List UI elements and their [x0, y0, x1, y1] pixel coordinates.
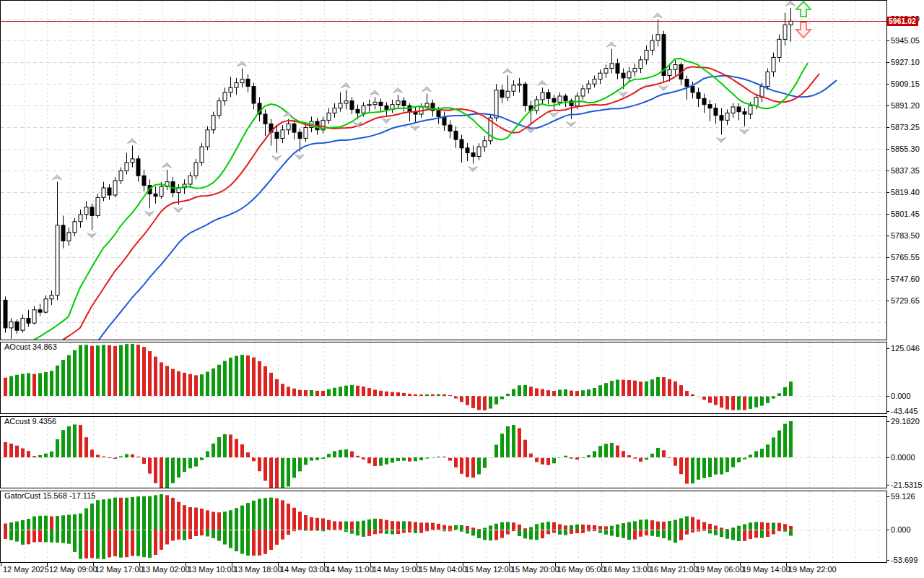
ao-histogram-bar [639, 381, 642, 396]
svg-text:12 May 09:00: 12 May 09:00 [49, 565, 97, 574]
ao-histogram-bar [708, 396, 712, 403]
ao-histogram-bar [15, 375, 19, 396]
ac-histogram-bar [749, 454, 752, 457]
gator-lower-histogram-bar [252, 530, 256, 556]
gator-upper-histogram-bar [108, 499, 111, 530]
ao-histogram-bar [287, 387, 290, 396]
ac-histogram-bar [674, 457, 677, 466]
ao-histogram-bar [570, 391, 573, 396]
gator-upper-histogram-bar [212, 512, 215, 530]
gator-lower-histogram-bar [136, 530, 140, 556]
ao-histogram-bar [79, 345, 82, 396]
ac-histogram-bar [443, 457, 446, 457]
ac-panel [1, 417, 887, 488]
ac-histogram-bar [650, 454, 654, 457]
svg-text:14 May 11:00: 14 May 11:00 [326, 565, 374, 574]
svg-text:29.1820: 29.1820 [891, 417, 920, 426]
ao-histogram-bar [674, 381, 677, 396]
gator-lower-histogram-bar [61, 530, 65, 543]
ao-histogram-bar [725, 396, 729, 410]
ac-histogram-bar [15, 446, 19, 457]
gator-upper-histogram-bar [483, 528, 487, 530]
ao-histogram-bar [142, 347, 146, 396]
gator-lower-histogram-bar [27, 530, 30, 544]
ac-histogram-bar [564, 456, 567, 457]
svg-text:0.000: 0.000 [891, 392, 911, 400]
ao-histogram-bar [321, 391, 325, 396]
ao-histogram-bar [292, 389, 296, 396]
gator-lower-histogram-bar [240, 530, 244, 554]
ao-histogram-bar [165, 366, 169, 396]
gator-upper-histogram-bar [350, 522, 354, 530]
gator-lower-histogram-bar [287, 530, 290, 535]
gator-upper-histogram-bar [160, 494, 163, 530]
ao-histogram-bar [783, 387, 787, 396]
gator-lower-histogram-bar [56, 530, 59, 543]
ao-histogram-bar [593, 388, 596, 396]
gator-lower-histogram-bar [685, 530, 689, 535]
gator-upper-histogram-bar [154, 495, 157, 530]
ao-histogram-bar [229, 358, 232, 396]
gator-lower-histogram-bar [148, 530, 152, 558]
gator-lower-histogram-bar [725, 530, 729, 539]
gator-upper-histogram-bar [183, 505, 186, 530]
ao-histogram-bar [512, 389, 515, 396]
gator-upper-histogram-bar [593, 525, 596, 530]
ac-histogram-bar [298, 457, 302, 471]
gator-upper-histogram-bar [258, 499, 261, 530]
gator-lower-histogram-bar [604, 530, 608, 535]
current-price-badge: 5961.02 [887, 17, 918, 26]
gator-upper-histogram-bar [552, 522, 556, 530]
chart-canvas[interactable]: 5963.005945.055927.105909.155891.205873.… [0, 0, 924, 578]
ao-histogram-bar [443, 394, 446, 396]
candle [662, 31, 666, 83]
ao-histogram-bar [84, 345, 88, 396]
gator-lower-histogram-bar [212, 530, 215, 538]
ac-histogram-bar [437, 457, 440, 457]
gator-upper-histogram-bar [697, 519, 700, 530]
gator-upper-histogram-bar [783, 524, 787, 530]
ao-histogram-bar [38, 373, 42, 396]
gator-lower-histogram-bar [541, 530, 544, 538]
candle [200, 143, 204, 166]
ao-histogram-bar [610, 381, 614, 396]
svg-text:-43.445: -43.445 [891, 407, 918, 415]
ao-histogram-bar [622, 380, 625, 396]
ac-histogram-bar [720, 457, 723, 475]
gator-upper-histogram-bar [622, 523, 625, 530]
ao-histogram-bar [731, 396, 735, 410]
gator-upper-histogram-bar [4, 523, 7, 530]
ac-histogram-bar [789, 421, 793, 457]
svg-text:19 May 06:00: 19 May 06:00 [696, 565, 744, 574]
gator-upper-histogram-bar [720, 527, 723, 530]
ac-histogram-bar [379, 457, 383, 466]
gator-lower-histogram-bar [720, 530, 723, 537]
gator-upper-histogram-bar [304, 515, 308, 530]
gator-lower-histogram-bar [263, 530, 267, 554]
ao-histogram-bar [44, 372, 48, 396]
gator-upper-histogram-bar [437, 524, 440, 530]
gator-upper-histogram-bar [760, 522, 764, 530]
ao-histogram-bar [489, 396, 492, 408]
chart-window: 5963.005945.055927.105909.155891.205873.… [0, 0, 924, 578]
ao-histogram-bar [108, 345, 111, 396]
gator-upper-histogram-bar [344, 522, 348, 530]
gator-upper-histogram-bar [535, 524, 539, 530]
gator-lower-histogram-bar [645, 530, 648, 535]
ao-histogram-bar [298, 390, 302, 396]
gator-upper-histogram-bar [200, 509, 204, 530]
ac-histogram-bar [714, 457, 718, 475]
ao-histogram-bar [263, 366, 267, 396]
gator-upper-histogram-bar [766, 523, 770, 530]
ao-histogram-bar [9, 376, 13, 396]
gator-upper-histogram-bar [292, 508, 296, 530]
svg-text:16 May 21:00: 16 May 21:00 [650, 565, 698, 574]
gator-upper-histogram-bar [223, 512, 227, 530]
gator-upper-histogram-bar [79, 514, 82, 530]
ao-histogram-bar [269, 373, 273, 396]
svg-text:16 May 13:00: 16 May 13:00 [603, 565, 652, 574]
gator-upper-histogram-bar [240, 506, 244, 530]
ao-histogram-bar [523, 385, 527, 396]
gator-upper-histogram-bar [356, 521, 359, 530]
ao-histogram-bar [188, 374, 192, 396]
